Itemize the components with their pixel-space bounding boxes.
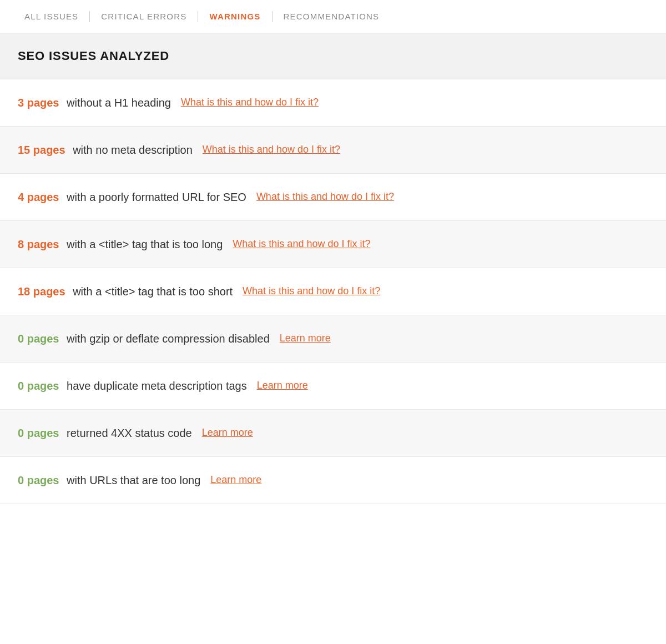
issue-row-title-too-short: 18 pages with a <title> tag that is too … — [0, 268, 666, 315]
issue-link-url-format[interactable]: What is this and how do I fix it? — [256, 190, 394, 204]
issue-text-h1-heading: without a H1 heading — [63, 95, 170, 110]
issue-count-h1-heading: 3 pages — [18, 95, 59, 110]
tab-all-issues[interactable]: ALL ISSUES — [13, 0, 89, 33]
issue-row-gzip-compression: 0 pages with gzip or deflate compression… — [0, 315, 666, 363]
issues-list: 3 pages without a H1 headingWhat is this… — [0, 79, 666, 504]
issue-text-4xx-status: returned 4XX status code — [63, 425, 191, 441]
tab-critical-errors[interactable]: CRITICAL ERRORS — [90, 0, 198, 33]
nav-tabs: ALL ISSUES CRITICAL ERRORS WARNINGS RECO… — [0, 0, 666, 33]
issue-count-4xx-status: 0 pages — [18, 425, 59, 441]
issue-count-url-too-long: 0 pages — [18, 472, 59, 488]
issue-link-url-too-long[interactable]: Learn more — [210, 473, 261, 487]
issue-row-title-too-long: 8 pages with a <title> tag that is too l… — [0, 221, 666, 268]
main-content: SEO ISSUES ANALYZED 3 pages without a H1… — [0, 33, 666, 504]
issue-text-url-format: with a poorly formatted URL for SEO — [63, 189, 246, 205]
issue-link-title-too-long[interactable]: What is this and how do I fix it? — [233, 237, 370, 251]
issue-link-4xx-status[interactable]: Learn more — [202, 426, 253, 440]
issue-text-gzip-compression: with gzip or deflate compression disable… — [63, 331, 269, 346]
issue-row-meta-description: 15 pages with no meta descriptionWhat is… — [0, 127, 666, 174]
issue-link-gzip-compression[interactable]: Learn more — [280, 331, 331, 345]
issue-text-title-too-short: with a <title> tag that is too short — [70, 284, 233, 299]
issue-text-meta-description: with no meta description — [70, 142, 193, 158]
issue-text-title-too-long: with a <title> tag that is too long — [63, 237, 223, 252]
issue-count-duplicate-meta: 0 pages — [18, 378, 59, 394]
tab-warnings[interactable]: WARNINGS — [198, 0, 271, 33]
issue-count-title-too-long: 8 pages — [18, 237, 59, 252]
issue-link-h1-heading[interactable]: What is this and how do I fix it? — [181, 95, 319, 109]
issue-link-duplicate-meta[interactable]: Learn more — [257, 379, 308, 393]
issue-row-h1-heading: 3 pages without a H1 headingWhat is this… — [0, 79, 666, 127]
section-header: SEO ISSUES ANALYZED — [0, 33, 666, 79]
issue-link-title-too-short[interactable]: What is this and how do I fix it? — [243, 284, 380, 298]
issue-count-url-format: 4 pages — [18, 189, 59, 205]
issue-text-url-too-long: with URLs that are too long — [63, 472, 200, 488]
issue-link-meta-description[interactable]: What is this and how do I fix it? — [203, 143, 340, 157]
issue-count-gzip-compression: 0 pages — [18, 331, 59, 346]
issue-count-meta-description: 15 pages — [18, 142, 65, 158]
issue-row-url-format: 4 pages with a poorly formatted URL for … — [0, 174, 666, 221]
issue-row-url-too-long: 0 pages with URLs that are too longLearn… — [0, 457, 666, 504]
section-title: SEO ISSUES ANALYZED — [18, 49, 648, 63]
tab-recommendations[interactable]: RECOMMENDATIONS — [273, 0, 391, 33]
issue-row-4xx-status: 0 pages returned 4XX status codeLearn mo… — [0, 410, 666, 457]
issue-count-title-too-short: 18 pages — [18, 284, 65, 299]
issue-text-duplicate-meta: have duplicate meta description tags — [63, 378, 246, 394]
issue-row-duplicate-meta: 0 pages have duplicate meta description … — [0, 363, 666, 410]
